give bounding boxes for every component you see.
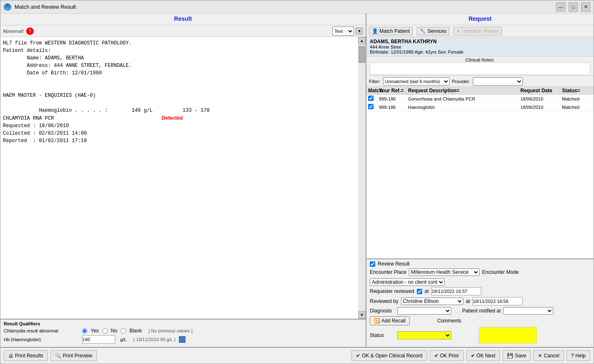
patient-name: ADAMS, BERTHA KATHRYN xyxy=(370,39,590,44)
ok-next-icon: ✔ xyxy=(471,353,475,359)
detected-text: Detected xyxy=(162,115,183,121)
window-title: Match and Review Result xyxy=(15,4,553,10)
patient-address: 444 Anne Stree xyxy=(370,44,590,49)
row1-status: Matched xyxy=(560,96,594,102)
row1-match[interactable] xyxy=(366,95,377,103)
status-label: Status xyxy=(370,332,395,338)
row2-match[interactable] xyxy=(366,103,377,111)
add-recall-button[interactable]: 🔁 Add Recall xyxy=(370,316,410,325)
requester-reviewed-time-input[interactable] xyxy=(431,287,481,295)
row1-ref: 999-186 xyxy=(377,96,406,102)
ok-next-button[interactable]: ✔ OK Next xyxy=(466,350,500,361)
patient-notified-select[interactable] xyxy=(503,307,553,315)
clinical-notes-area[interactable] xyxy=(370,62,590,75)
main-window: Match and Review Result — □ ✕ Result Req… xyxy=(0,0,594,364)
scroll-track[interactable] xyxy=(358,44,366,311)
result-text-container: HL7 file from WESTERN DIAGNOSTIC PATHOLO… xyxy=(0,37,366,319)
chlamydia-prev-value: [ No previous values ] xyxy=(148,328,193,333)
patient-notified-label: Patient notified at xyxy=(462,308,501,314)
print-preview-button[interactable]: 🔍 Print Preview xyxy=(50,350,97,361)
comments-textarea[interactable] xyxy=(479,327,537,344)
help-button[interactable]: ? Help xyxy=(567,350,590,361)
add-recall-icon: 🔁 xyxy=(374,318,380,324)
diagnosis-row: Diagnosis Patient notified at xyxy=(370,307,590,315)
radio-no[interactable] xyxy=(102,328,108,334)
save-icon: 💾 xyxy=(507,353,513,359)
reviewed-by-label: Reviewed by xyxy=(370,298,398,304)
print-results-icon: 🖨 xyxy=(8,353,13,359)
unmatch-patient-button[interactable]: ✕ Unmatch Patient xyxy=(453,27,502,35)
requester-reviewed-checkbox[interactable] xyxy=(417,289,422,294)
cancel-icon: ✕ xyxy=(538,353,542,359)
graph-icon[interactable] xyxy=(179,336,186,343)
comments-label: Comments xyxy=(437,318,461,324)
help-icon: ? xyxy=(571,353,574,359)
row2-ref: 999-186 xyxy=(377,104,406,111)
window-controls: — □ ✕ xyxy=(556,2,590,12)
close-button[interactable]: ✕ xyxy=(581,2,590,12)
status-comments-row: Status xyxy=(370,327,590,344)
ok-prior-button[interactable]: ✔ OK Prior xyxy=(430,350,464,361)
review-result-checkbox[interactable] xyxy=(370,261,375,267)
add-recall-comments-row: 🔁 Add Recall Comments xyxy=(370,316,590,325)
scroll-thumb[interactable] xyxy=(359,46,365,63)
scroll-down-arrow[interactable]: ▼ xyxy=(358,311,366,319)
filter-select[interactable]: Unmatched (last 6 months) All xyxy=(383,77,450,86)
result-qualifiers-title: Result Qualifiers xyxy=(4,321,362,326)
cancel-button[interactable]: ✕ Cancel xyxy=(533,350,564,361)
print-results-button[interactable]: 🖨 Print Results xyxy=(4,350,48,361)
status-select[interactable] xyxy=(397,331,451,339)
row2-description: Haemoglobin xyxy=(406,104,519,111)
footer: 🖨 Print Results 🔍 Print Preview ✔ OK & O… xyxy=(0,347,594,364)
match-patient-label: Match Patient xyxy=(379,28,410,34)
main-content-area: Abnormal! ! Text HTML RTF ▼ HL7 file fro… xyxy=(0,25,594,347)
requester-at-label: at xyxy=(425,288,429,294)
radio-yes[interactable] xyxy=(82,328,87,334)
hb-value-input[interactable] xyxy=(82,335,115,344)
restore-button[interactable]: □ xyxy=(569,2,578,12)
radio-blank[interactable] xyxy=(121,328,126,334)
reviewed-at-label: at xyxy=(466,298,470,304)
encounter-mode-select[interactable]: Administration - no client conte xyxy=(370,278,445,286)
review-section: Review Result Encounter Place Millennium… xyxy=(366,258,594,347)
result-text-area[interactable]: HL7 file from WESTERN DIAGNOSTIC PATHOLO… xyxy=(0,37,358,319)
services-button[interactable]: 🔧 Services xyxy=(417,27,449,35)
match-patient-button[interactable]: 👤 Match Patient xyxy=(369,27,413,35)
encounter-place-select[interactable]: Millennium Health Service xyxy=(409,268,480,276)
ok-open-button[interactable]: ✔ OK & Open Clinical Record xyxy=(351,350,427,361)
app-icon xyxy=(4,3,11,11)
cancel-label: Cancel xyxy=(544,353,559,359)
radio-blank-label: Blank xyxy=(129,328,142,334)
footer-left-buttons: 🖨 Print Results 🔍 Print Preview xyxy=(4,350,97,361)
minimize-button[interactable]: — xyxy=(556,2,565,12)
unmatch-patient-icon: ✕ xyxy=(456,28,460,34)
services-icon: 🔧 xyxy=(420,28,426,34)
ok-prior-icon: ✔ xyxy=(434,353,438,359)
request-table: 999-186 Gonorrhoea and Chlamydia PCR 18/… xyxy=(366,95,594,258)
result-panel-header: Result xyxy=(0,14,366,25)
ok-next-label: OK Next xyxy=(477,353,495,359)
encounter-row: Encounter Place Millennium Health Servic… xyxy=(370,268,590,286)
diagnosis-select[interactable] xyxy=(397,307,451,315)
hb-unit-label: g/L xyxy=(120,337,126,342)
qualifier-hb-label: Hb (Haemoglobin) xyxy=(4,337,79,342)
provider-select[interactable] xyxy=(473,77,523,86)
text-type-select[interactable]: Text HTML RTF xyxy=(332,27,354,36)
scroll-up-arrow[interactable]: ▲ xyxy=(358,37,366,44)
diagnosis-label: Diagnosis xyxy=(370,308,395,314)
reviewed-time-input[interactable] xyxy=(473,297,522,305)
clinical-notes-label: Clinical Notes: xyxy=(370,57,590,62)
help-label: Help xyxy=(575,353,586,359)
result-qualifiers-section: Result Qualifiers Chlamydia result abnor… xyxy=(0,319,366,347)
col-match: Match xyxy=(366,87,377,94)
patient-birthdate: Birthdate: 12/01/1980 Age: 42yrs Sex: Fe… xyxy=(370,49,590,54)
reviewed-by-select[interactable]: Christine Ellison xyxy=(401,298,463,305)
text-type-dropdown-arrow[interactable]: ▼ xyxy=(356,27,363,35)
qualifier-row-chlamydia: Chlamydia result abnormal Yes No Blank [… xyxy=(4,328,362,334)
save-button[interactable]: 💾 Save xyxy=(502,350,531,361)
qualifier-radio-group: Yes No Blank xyxy=(82,328,142,334)
clinical-notes-section: Clinical Notes: xyxy=(366,57,594,76)
left-result-panel: Abnormal! ! Text HTML RTF ▼ HL7 file fro… xyxy=(0,25,366,347)
requester-reviewed-label: Requester reviewed xyxy=(370,288,414,294)
title-bar: Match and Review Result — □ ✕ xyxy=(0,0,594,14)
